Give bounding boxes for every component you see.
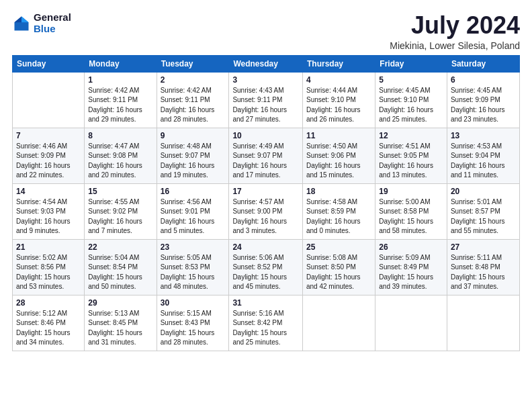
day-number: 25 bbox=[306, 242, 371, 252]
calendar-cell: 31Sunrise: 5:16 AM Sunset: 8:42 PM Dayli… bbox=[229, 295, 303, 351]
cell-details: Sunrise: 5:08 AM Sunset: 8:50 PM Dayligh… bbox=[306, 253, 371, 292]
day-number: 17 bbox=[232, 187, 299, 196]
calendar-week-row: 21Sunrise: 5:02 AM Sunset: 8:56 PM Dayli… bbox=[13, 239, 520, 295]
calendar-cell: 25Sunrise: 5:08 AM Sunset: 8:50 PM Dayli… bbox=[302, 239, 375, 295]
day-number: 19 bbox=[379, 187, 443, 196]
calendar-cell: 12Sunrise: 4:51 AM Sunset: 9:05 PM Dayli… bbox=[375, 128, 447, 183]
day-number: 12 bbox=[379, 131, 443, 140]
calendar-table: SundayMondayTuesdayWednesdayThursdayFrid… bbox=[12, 55, 520, 351]
calendar-cell: 11Sunrise: 4:50 AM Sunset: 9:06 PM Dayli… bbox=[302, 128, 375, 183]
cell-details: Sunrise: 4:45 AM Sunset: 9:10 PM Dayligh… bbox=[379, 86, 443, 125]
cell-details: Sunrise: 4:42 AM Sunset: 9:11 PM Dayligh… bbox=[88, 86, 152, 125]
logo-text: General Blue bbox=[34, 12, 71, 34]
calendar-cell bbox=[447, 295, 519, 351]
cell-details: Sunrise: 4:47 AM Sunset: 9:08 PM Dayligh… bbox=[88, 142, 152, 181]
calendar-cell: 2Sunrise: 4:42 AM Sunset: 9:11 PM Daylig… bbox=[157, 72, 229, 128]
day-number: 11 bbox=[306, 131, 371, 140]
cell-details: Sunrise: 4:54 AM Sunset: 9:03 PM Dayligh… bbox=[16, 197, 81, 236]
day-number: 8 bbox=[88, 131, 152, 140]
day-number: 23 bbox=[161, 242, 226, 252]
day-number: 4 bbox=[306, 75, 371, 85]
calendar-cell: 19Sunrise: 5:00 AM Sunset: 8:58 PM Dayli… bbox=[375, 183, 447, 239]
calendar-cell: 26Sunrise: 5:09 AM Sunset: 8:49 PM Dayli… bbox=[375, 239, 447, 295]
day-number: 13 bbox=[451, 131, 516, 140]
cell-details: Sunrise: 4:56 AM Sunset: 9:01 PM Dayligh… bbox=[161, 197, 226, 236]
calendar-cell: 27Sunrise: 5:11 AM Sunset: 8:48 PM Dayli… bbox=[447, 239, 519, 295]
day-number: 16 bbox=[161, 187, 226, 196]
logo-icon bbox=[12, 14, 31, 33]
day-number: 28 bbox=[16, 298, 81, 308]
cell-details: Sunrise: 5:00 AM Sunset: 8:58 PM Dayligh… bbox=[379, 197, 443, 236]
calendar-week-row: 7Sunrise: 4:46 AM Sunset: 9:09 PM Daylig… bbox=[13, 128, 520, 183]
logo: General Blue bbox=[12, 12, 71, 34]
weekday-header-friday: Friday bbox=[375, 55, 447, 72]
cell-details: Sunrise: 4:57 AM Sunset: 9:00 PM Dayligh… bbox=[232, 197, 299, 236]
calendar-cell: 15Sunrise: 4:55 AM Sunset: 9:02 PM Dayli… bbox=[85, 183, 157, 239]
weekday-header-tuesday: Tuesday bbox=[157, 55, 229, 72]
cell-details: Sunrise: 4:43 AM Sunset: 9:11 PM Dayligh… bbox=[232, 86, 299, 125]
weekday-header-wednesday: Wednesday bbox=[229, 55, 303, 72]
calendar-cell bbox=[302, 295, 375, 351]
cell-details: Sunrise: 4:44 AM Sunset: 9:10 PM Dayligh… bbox=[306, 86, 371, 125]
day-number: 3 bbox=[232, 75, 299, 85]
cell-details: Sunrise: 5:12 AM Sunset: 8:46 PM Dayligh… bbox=[16, 309, 81, 348]
cell-details: Sunrise: 5:05 AM Sunset: 8:53 PM Dayligh… bbox=[161, 253, 226, 292]
day-number: 10 bbox=[232, 131, 299, 140]
calendar-cell: 14Sunrise: 4:54 AM Sunset: 9:03 PM Dayli… bbox=[13, 183, 85, 239]
day-number: 22 bbox=[88, 242, 152, 252]
cell-details: Sunrise: 4:55 AM Sunset: 9:02 PM Dayligh… bbox=[88, 197, 152, 236]
location: Miekinia, Lower Silesia, Poland bbox=[390, 40, 520, 51]
day-number: 27 bbox=[451, 242, 516, 252]
cell-details: Sunrise: 5:11 AM Sunset: 8:48 PM Dayligh… bbox=[451, 253, 516, 292]
cell-details: Sunrise: 5:01 AM Sunset: 8:57 PM Dayligh… bbox=[451, 197, 516, 236]
calendar-week-row: 28Sunrise: 5:12 AM Sunset: 8:46 PM Dayli… bbox=[13, 295, 520, 351]
day-number: 20 bbox=[451, 187, 516, 196]
calendar-cell: 16Sunrise: 4:56 AM Sunset: 9:01 PM Dayli… bbox=[157, 183, 229, 239]
day-number: 5 bbox=[379, 75, 443, 85]
weekday-header-row: SundayMondayTuesdayWednesdayThursdayFrid… bbox=[13, 55, 520, 72]
cell-details: Sunrise: 4:46 AM Sunset: 9:09 PM Dayligh… bbox=[16, 142, 81, 181]
day-number: 29 bbox=[88, 298, 152, 308]
day-number: 30 bbox=[161, 298, 226, 308]
calendar-cell: 4Sunrise: 4:44 AM Sunset: 9:10 PM Daylig… bbox=[302, 72, 375, 128]
svg-marker-1 bbox=[21, 16, 29, 22]
calendar-cell: 29Sunrise: 5:13 AM Sunset: 8:45 PM Dayli… bbox=[85, 295, 157, 351]
logo-blue-text: Blue bbox=[34, 24, 71, 35]
weekday-header-saturday: Saturday bbox=[447, 55, 519, 72]
cell-details: Sunrise: 4:53 AM Sunset: 9:04 PM Dayligh… bbox=[451, 142, 516, 181]
day-number: 14 bbox=[16, 187, 81, 196]
calendar-cell: 22Sunrise: 5:04 AM Sunset: 8:54 PM Dayli… bbox=[85, 239, 157, 295]
calendar-cell: 17Sunrise: 4:57 AM Sunset: 9:00 PM Dayli… bbox=[229, 183, 303, 239]
cell-details: Sunrise: 4:48 AM Sunset: 9:07 PM Dayligh… bbox=[161, 142, 226, 181]
cell-details: Sunrise: 5:06 AM Sunset: 8:52 PM Dayligh… bbox=[232, 253, 299, 292]
cell-details: Sunrise: 5:13 AM Sunset: 8:45 PM Dayligh… bbox=[88, 309, 152, 348]
cell-details: Sunrise: 4:42 AM Sunset: 9:11 PM Dayligh… bbox=[161, 86, 226, 125]
calendar-cell: 9Sunrise: 4:48 AM Sunset: 9:07 PM Daylig… bbox=[157, 128, 229, 183]
calendar-cell: 20Sunrise: 5:01 AM Sunset: 8:57 PM Dayli… bbox=[447, 183, 519, 239]
day-number: 15 bbox=[88, 187, 152, 196]
cell-details: Sunrise: 5:09 AM Sunset: 8:49 PM Dayligh… bbox=[379, 253, 443, 292]
cell-details: Sunrise: 4:58 AM Sunset: 8:59 PM Dayligh… bbox=[306, 197, 371, 236]
calendar-cell bbox=[13, 72, 85, 128]
calendar-cell: 10Sunrise: 4:49 AM Sunset: 9:07 PM Dayli… bbox=[229, 128, 303, 183]
cell-details: Sunrise: 5:15 AM Sunset: 8:43 PM Dayligh… bbox=[161, 309, 226, 348]
day-number: 18 bbox=[306, 187, 371, 196]
day-number: 24 bbox=[232, 242, 299, 252]
calendar-cell: 7Sunrise: 4:46 AM Sunset: 9:09 PM Daylig… bbox=[13, 128, 85, 183]
weekday-header-monday: Monday bbox=[85, 55, 157, 72]
cell-details: Sunrise: 5:02 AM Sunset: 8:56 PM Dayligh… bbox=[16, 253, 81, 292]
day-number: 21 bbox=[16, 242, 81, 252]
cell-details: Sunrise: 4:49 AM Sunset: 9:07 PM Dayligh… bbox=[232, 142, 299, 181]
day-number: 7 bbox=[16, 131, 81, 140]
day-number: 9 bbox=[161, 131, 226, 140]
calendar-cell: 13Sunrise: 4:53 AM Sunset: 9:04 PM Dayli… bbox=[447, 128, 519, 183]
day-number: 1 bbox=[88, 75, 152, 85]
cell-details: Sunrise: 5:04 AM Sunset: 8:54 PM Dayligh… bbox=[88, 253, 152, 292]
calendar-cell: 30Sunrise: 5:15 AM Sunset: 8:43 PM Dayli… bbox=[157, 295, 229, 351]
cell-details: Sunrise: 5:16 AM Sunset: 8:42 PM Dayligh… bbox=[232, 309, 299, 348]
day-number: 2 bbox=[161, 75, 226, 85]
calendar-cell bbox=[375, 295, 447, 351]
calendar-cell: 28Sunrise: 5:12 AM Sunset: 8:46 PM Dayli… bbox=[13, 295, 85, 351]
calendar-cell: 18Sunrise: 4:58 AM Sunset: 8:59 PM Dayli… bbox=[302, 183, 375, 239]
calendar-cell: 6Sunrise: 4:45 AM Sunset: 9:09 PM Daylig… bbox=[447, 72, 519, 128]
